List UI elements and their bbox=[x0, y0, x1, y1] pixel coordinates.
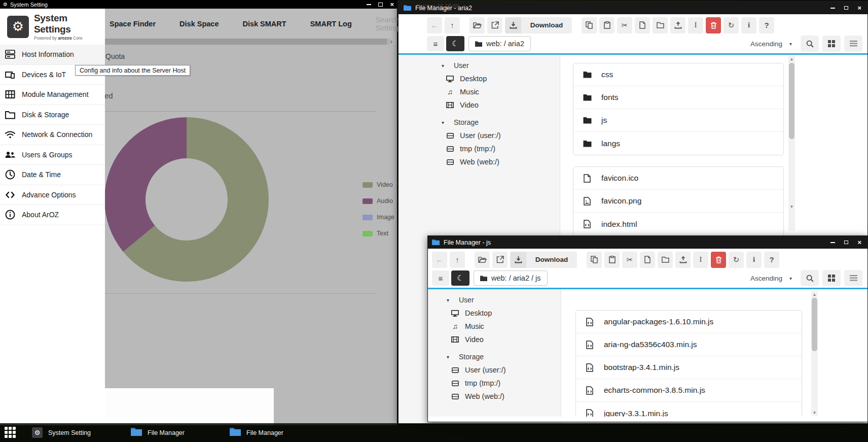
sort-order-dropdown[interactable]: Ascending▾ bbox=[745, 270, 797, 286]
taskbar-item-file-manager-2[interactable]: File Manager bbox=[230, 427, 313, 438]
cut-icon[interactable]: ✂ bbox=[617, 17, 632, 33]
file-row-aria-ng[interactable]: aria-ng-da5356c403.min.js bbox=[576, 333, 802, 356]
hamburger-menu-icon[interactable]: ≡ bbox=[427, 36, 444, 51]
file-row-index-html[interactable]: index.html bbox=[573, 213, 783, 235]
tree-item-web-drive[interactable]: Web (web:/) bbox=[447, 390, 561, 403]
delete-button[interactable] bbox=[706, 17, 721, 33]
file-row-jquery[interactable]: jquery-3.3.1.min.js bbox=[576, 402, 802, 417]
sidebar-item-date-time[interactable]: Date & Time bbox=[0, 165, 105, 185]
taskbar-item-file-manager-1[interactable]: File Manager bbox=[131, 427, 214, 438]
close-button[interactable]: × bbox=[857, 240, 861, 245]
file-row-echarts[interactable]: echarts-common-3.8.5.min.js bbox=[576, 379, 802, 402]
back-button[interactable]: ← bbox=[432, 252, 447, 268]
new-file-button[interactable] bbox=[635, 17, 650, 33]
breadcrumb[interactable]: web: / aria2 bbox=[468, 36, 531, 51]
tree-item-tmp-drive[interactable]: tmp (tmp:/) bbox=[447, 377, 561, 390]
sidebar-item-disk-storage[interactable]: Disk & Storage bbox=[0, 105, 105, 125]
upload-button[interactable] bbox=[675, 252, 691, 268]
sidebar-item-host-information[interactable]: Host Information bbox=[0, 45, 105, 65]
legend-item-image[interactable]: Image bbox=[363, 214, 394, 221]
folder-row-langs[interactable]: langs bbox=[573, 132, 783, 155]
horizontal-scrollbar[interactable] bbox=[105, 39, 390, 45]
list-view-button[interactable] bbox=[844, 270, 862, 286]
chevron-right-icon[interactable]: › bbox=[390, 38, 392, 45]
delete-button[interactable] bbox=[711, 252, 726, 268]
rename-button[interactable]: I bbox=[688, 17, 703, 33]
tree-item-desktop[interactable]: Desktop bbox=[447, 307, 561, 320]
system-settings-titlebar[interactable]: ⚙ System Setting × bbox=[0, 0, 397, 9]
dark-mode-moon-icon[interactable]: ☾ bbox=[446, 36, 464, 51]
maximize-button[interactable] bbox=[844, 241, 848, 244]
open-new-window-button[interactable] bbox=[487, 17, 502, 33]
back-button[interactable]: ← bbox=[427, 17, 442, 33]
paste-button[interactable] bbox=[599, 17, 614, 33]
dark-mode-moon-icon[interactable]: ☾ bbox=[451, 270, 469, 286]
close-button[interactable]: × bbox=[857, 6, 861, 11]
legend-item-audio[interactable]: Audio bbox=[363, 197, 393, 205]
tree-item-desktop[interactable]: Desktop bbox=[442, 72, 560, 85]
help-button[interactable]: ? bbox=[759, 17, 774, 33]
folder-row-js[interactable]: js bbox=[573, 109, 783, 132]
vertical-scrollbar[interactable]: ▲ ▼ bbox=[788, 56, 795, 231]
fm1-titlebar[interactable]: October 16 18:09 File Manager - aria2 × bbox=[399, 2, 867, 14]
folder-row-fonts[interactable]: fonts bbox=[573, 86, 783, 109]
minimize-button[interactable] bbox=[830, 242, 835, 243]
grid-view-button[interactable] bbox=[822, 36, 841, 52]
file-row-angular[interactable]: angular-packages-1.6.10.min.js bbox=[576, 311, 802, 333]
new-folder-button[interactable] bbox=[653, 17, 668, 33]
up-button[interactable]: ↑ bbox=[445, 17, 460, 33]
refresh-icon[interactable]: ↻ bbox=[729, 252, 744, 268]
minimize-button[interactable] bbox=[367, 4, 371, 5]
tree-item-video[interactable]: Video bbox=[442, 98, 560, 112]
tree-item-tmp-drive[interactable]: tmp (tmp:/) bbox=[442, 142, 560, 155]
open-folder-button[interactable] bbox=[475, 252, 490, 268]
hamburger-menu-icon[interactable]: ≡ bbox=[432, 270, 449, 286]
refresh-icon[interactable]: ↻ bbox=[724, 17, 739, 33]
tree-section-storage[interactable]: ▾Storage bbox=[447, 350, 561, 363]
sort-order-dropdown[interactable]: Ascending▾ bbox=[745, 36, 797, 51]
new-file-button[interactable] bbox=[640, 252, 655, 268]
copy-button[interactable] bbox=[582, 17, 597, 33]
tree-item-music[interactable]: ♫Music bbox=[442, 85, 560, 98]
file-row-favicon-png[interactable]: favicon.png bbox=[573, 190, 783, 213]
apps-grid-icon[interactable] bbox=[5, 427, 17, 439]
sidebar-item-module-management[interactable]: Module Management bbox=[0, 85, 105, 105]
help-button[interactable]: ? bbox=[764, 252, 779, 268]
maximize-button[interactable] bbox=[844, 6, 848, 10]
open-new-window-button[interactable] bbox=[492, 252, 508, 268]
legend-item-video[interactable]: Video bbox=[363, 181, 393, 188]
info-button[interactable]: i bbox=[741, 17, 756, 33]
search-button[interactable] bbox=[801, 36, 819, 52]
grid-view-button[interactable] bbox=[822, 270, 841, 286]
sidebar-item-users-groups[interactable]: Users & Groups bbox=[0, 145, 105, 165]
folder-row-css[interactable]: css bbox=[573, 63, 783, 86]
download-button[interactable]: Download bbox=[505, 17, 572, 33]
list-view-button[interactable] bbox=[844, 36, 862, 52]
tree-section-storage[interactable]: ▾Storage bbox=[442, 116, 560, 129]
tab-space-finder[interactable]: Space Finder bbox=[110, 20, 156, 28]
tree-item-user-drive[interactable]: User (user:/) bbox=[442, 129, 560, 142]
fm2-titlebar[interactable]: File Manager - js × bbox=[428, 236, 867, 249]
copy-button[interactable] bbox=[587, 252, 602, 268]
sidebar-item-advance-options[interactable]: Advance Options bbox=[0, 185, 105, 206]
tree-item-user-drive[interactable]: User (user:/) bbox=[447, 363, 561, 377]
download-button[interactable]: Download bbox=[510, 252, 577, 268]
tree-section-user[interactable]: ▾User bbox=[442, 59, 560, 72]
search-button[interactable] bbox=[801, 270, 819, 286]
minimize-button[interactable] bbox=[830, 8, 835, 9]
tree-section-user[interactable]: ▾User bbox=[447, 293, 561, 307]
file-row-bootstrap[interactable]: bootstrap-3.4.1.min.js bbox=[576, 356, 802, 379]
tree-item-music[interactable]: ♫Music bbox=[447, 320, 561, 333]
info-button[interactable]: i bbox=[746, 252, 762, 268]
upload-button[interactable] bbox=[670, 17, 685, 33]
breadcrumb[interactable]: web: / aria2 / js bbox=[474, 270, 548, 286]
new-folder-button[interactable] bbox=[658, 252, 673, 268]
file-row-favicon-ico[interactable]: favicon.ico bbox=[573, 167, 783, 190]
tab-disk-smart[interactable]: Disk SMART bbox=[242, 20, 286, 28]
close-button[interactable]: × bbox=[390, 2, 394, 7]
up-button[interactable]: ↑ bbox=[450, 252, 465, 268]
open-folder-button[interactable] bbox=[469, 17, 485, 33]
tree-item-video[interactable]: Video bbox=[447, 333, 561, 346]
tab-smart-log[interactable]: SMART Log bbox=[310, 20, 352, 28]
paste-button[interactable] bbox=[604, 252, 620, 268]
